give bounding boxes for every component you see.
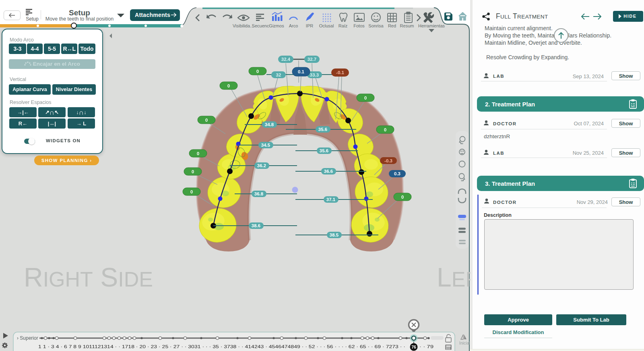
svg-text:0: 0: [384, 127, 386, 132]
svg-text:37.1: 37.1: [326, 197, 336, 202]
svg-text:1 1 · 3 4 · 6 7 8 9 1011121314: 1 1 · 3 4 · 6 7 8 9 1011121314 · · 1718 …: [38, 344, 405, 349]
svg-text:Inicial: Inicial: [459, 341, 470, 345]
svg-text:34.5: 34.5: [261, 143, 270, 147]
svg-text:35.6: 35.6: [320, 148, 328, 153]
svg-text:0: 0: [197, 151, 199, 156]
svg-text:38.6: 38.6: [252, 223, 260, 228]
svg-text:36.6: 36.6: [324, 169, 333, 174]
svg-text:33.3: 33.3: [310, 73, 319, 77]
svg-text:0.1: 0.1: [298, 69, 305, 74]
svg-text:-0.1: -0.1: [336, 70, 344, 75]
svg-text:0: 0: [364, 96, 367, 100]
svg-text:0: 0: [190, 189, 193, 194]
svg-text:0: 0: [205, 118, 208, 123]
svg-text:› Superior: › Superior: [17, 335, 38, 341]
svg-text:-0.3: -0.3: [384, 158, 392, 163]
svg-text:0: 0: [192, 169, 194, 174]
svg-text:38.5: 38.5: [330, 233, 339, 237]
svg-text:36.2: 36.2: [257, 163, 266, 168]
svg-text:0.3: 0.3: [394, 171, 400, 176]
svg-text:32.4: 32.4: [281, 57, 291, 62]
svg-text:0: 0: [227, 83, 230, 88]
svg-text:0: 0: [401, 195, 404, 199]
svg-text:76: 76: [411, 345, 416, 349]
svg-text:35.6: 35.6: [318, 127, 327, 132]
svg-text:32.7: 32.7: [308, 57, 316, 62]
svg-text:36.8: 36.8: [254, 191, 264, 196]
svg-text:32: 32: [276, 73, 281, 77]
svg-text:0: 0: [256, 69, 259, 74]
svg-text:34.8: 34.8: [265, 122, 274, 127]
svg-text:· · 79: · · 79: [419, 344, 433, 349]
